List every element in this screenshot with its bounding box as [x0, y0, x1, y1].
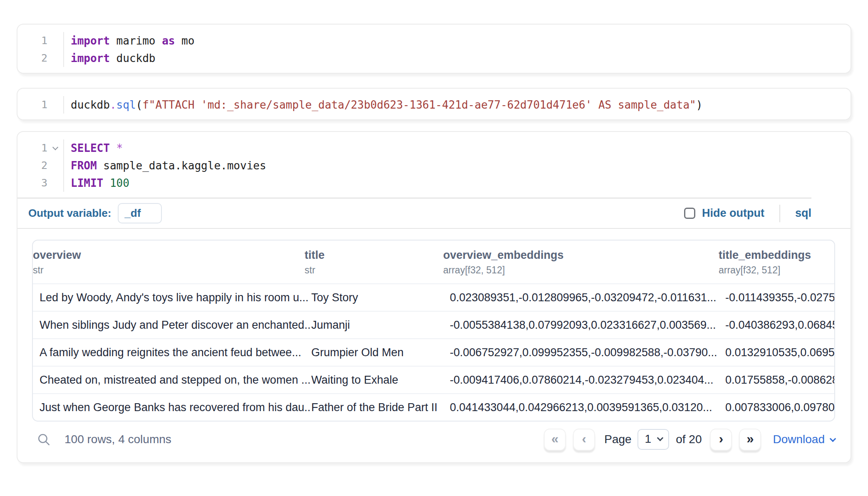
- table-cell[interactable]: 0.007833006,0.097801: [725, 401, 834, 414]
- line-number: 2: [17, 50, 63, 67]
- previous-page-icon: ‹: [582, 432, 586, 445]
- line-number: 2: [17, 157, 63, 174]
- column-header[interactable]: titlestr: [305, 249, 443, 276]
- table-cell[interactable]: Led by Woody, Andy's toys live happily i…: [40, 291, 311, 304]
- output-variable-label: Output variable:: [28, 207, 111, 220]
- table-cell[interactable]: -0.0055384138,0.07992093,0.023316627,0.0…: [450, 319, 725, 332]
- table-cell[interactable]: Father of the Bride Part II: [311, 401, 450, 414]
- chevron-down-icon: [657, 434, 664, 441]
- table-cell[interactable]: -0.011439355,-0.02752: [725, 291, 834, 304]
- previous-page-button[interactable]: ‹: [573, 429, 595, 451]
- code-line[interactable]: LIMIT 100: [71, 174, 266, 192]
- table-cell[interactable]: 0.041433044,0.042966213,0.0039591365,0.0…: [450, 401, 725, 414]
- table-cell[interactable]: Just when George Banks has recovered fro…: [40, 401, 311, 414]
- column-type: array[f32, 512]: [719, 265, 834, 276]
- column-header[interactable]: overview_embeddingsarray[f32, 512]: [443, 249, 719, 276]
- line-number-gutter: 1: [17, 96, 64, 114]
- column-name: title_embeddings: [719, 249, 834, 262]
- next-page-icon: ›: [719, 432, 723, 445]
- table-body: Led by Woody, Andy's toys live happily i…: [33, 283, 834, 421]
- code-line[interactable]: import marimo as mo: [71, 32, 194, 50]
- line-number: 3: [17, 174, 63, 192]
- code-cell-imports: 12 import marimo as moimport duckdb: [17, 24, 851, 74]
- table-cell[interactable]: -0.006752927,0.099952355,-0.009982588,-0…: [450, 346, 725, 359]
- hide-output-checkbox[interactable]: [684, 208, 695, 219]
- chevron-down-icon: [830, 435, 836, 442]
- column-header[interactable]: title_embeddingsarray[f32, 512]: [719, 249, 834, 276]
- code-editor[interactable]: 12 import marimo as moimport duckdb: [17, 25, 851, 73]
- table-cell[interactable]: Cheated on, mistreated and stepped on, t…: [40, 374, 311, 387]
- next-page-button[interactable]: ›: [710, 429, 732, 451]
- code-lines[interactable]: SELECT *FROM sample_data.kaggle.moviesLI…: [64, 139, 266, 192]
- code-cell-attach: 1 duckdb.sql(f"ATTACH 'md:_share/sample_…: [17, 88, 851, 120]
- search-icon: [37, 432, 51, 446]
- last-page-icon: »: [746, 432, 754, 445]
- line-number: 1: [17, 32, 63, 50]
- column-name: overview_embeddings: [443, 249, 713, 262]
- table-row[interactable]: When siblings Judy and Peter discover an…: [33, 311, 834, 338]
- pagination: « ‹ Page 1 of 20 › » Download: [544, 429, 835, 451]
- output-variable-input[interactable]: [118, 203, 162, 223]
- line-number: 1: [17, 139, 63, 157]
- line-number-gutter: 123: [17, 139, 64, 192]
- table-cell[interactable]: When siblings Judy and Peter discover an…: [40, 319, 311, 332]
- line-number-gutter: 12: [17, 32, 64, 67]
- download-button[interactable]: Download: [773, 433, 835, 446]
- column-type: str: [33, 265, 299, 276]
- code-lines[interactable]: duckdb.sql(f"ATTACH 'md:_share/sample_da…: [64, 96, 702, 114]
- table-cell[interactable]: Grumpier Old Men: [311, 346, 450, 359]
- table-row[interactable]: Just when George Banks has recovered fro…: [33, 393, 834, 421]
- fold-chevron-icon[interactable]: [52, 144, 58, 150]
- table-cell[interactable]: Jumanji: [311, 319, 450, 332]
- first-page-button[interactable]: «: [544, 429, 566, 451]
- vertical-divider: [779, 205, 780, 222]
- hide-output-label[interactable]: Hide output: [702, 207, 764, 220]
- page-select[interactable]: 1: [637, 429, 670, 450]
- column-header[interactable]: overviewstr: [33, 249, 305, 276]
- first-page-icon: «: [551, 432, 558, 445]
- line-number: 1: [17, 96, 63, 114]
- code-line[interactable]: FROM sample_data.kaggle.movies: [71, 157, 266, 174]
- table-cell[interactable]: 0.023089351,-0.012809965,-0.03209472,-0.…: [450, 291, 725, 304]
- table-cell[interactable]: 0.01755858,-0.0086286: [725, 374, 834, 387]
- table-cell[interactable]: -0.009417406,0.07860214,-0.023279453,0.0…: [450, 374, 725, 387]
- table-header-row: overviewstrtitlestroverview_embeddingsar…: [33, 241, 834, 283]
- row-count-summary: 100 rows, 4 columns: [64, 433, 171, 446]
- code-editor[interactable]: 1 duckdb.sql(f"ATTACH 'md:_share/sample_…: [17, 89, 851, 119]
- table-cell[interactable]: Toy Story: [311, 291, 450, 304]
- code-editor[interactable]: 123 SELECT *FROM sample_data.kaggle.movi…: [17, 132, 851, 198]
- table-cell[interactable]: -0.040386293,0.068451: [725, 319, 834, 332]
- table-row[interactable]: A family wedding reignites the ancient f…: [33, 338, 834, 366]
- table-cell[interactable]: A family wedding reignites the ancient f…: [40, 346, 311, 359]
- code-line[interactable]: import duckdb: [71, 50, 194, 67]
- language-toggle[interactable]: sql: [795, 207, 811, 220]
- column-name: title: [305, 249, 437, 262]
- column-name: overview: [33, 249, 299, 262]
- page-label: Page: [604, 433, 631, 446]
- column-type: str: [305, 265, 437, 276]
- dataframe-table: overviewstrtitlestroverview_embeddingsar…: [32, 240, 835, 422]
- page-select-value: 1: [645, 432, 652, 446]
- last-page-button[interactable]: »: [739, 429, 761, 451]
- column-type: array[f32, 512]: [443, 265, 713, 276]
- table-cell[interactable]: 0.0132910535,0.06958: [725, 346, 834, 359]
- sql-cell: 123 SELECT *FROM sample_data.kaggle.movi…: [17, 131, 851, 463]
- output-variable-bar: Output variable: Hide output sql: [17, 198, 851, 228]
- table-row[interactable]: Cheated on, mistreated and stepped on, t…: [33, 366, 834, 393]
- code-lines[interactable]: import marimo as moimport duckdb: [64, 32, 194, 67]
- total-pages-label: of 20: [676, 433, 702, 446]
- table-row[interactable]: Led by Woody, Andy's toys live happily i…: [33, 283, 834, 311]
- download-label: Download: [773, 433, 825, 446]
- table-footer: 100 rows, 4 columns « ‹ Page 1 of 20 › »…: [32, 427, 835, 451]
- search-button[interactable]: [35, 431, 52, 448]
- code-line[interactable]: SELECT *: [71, 139, 266, 157]
- code-line[interactable]: duckdb.sql(f"ATTACH 'md:_share/sample_da…: [71, 96, 702, 114]
- cell-output: overviewstrtitlestroverview_embeddingsar…: [17, 229, 851, 462]
- table-cell[interactable]: Waiting to Exhale: [311, 374, 450, 387]
